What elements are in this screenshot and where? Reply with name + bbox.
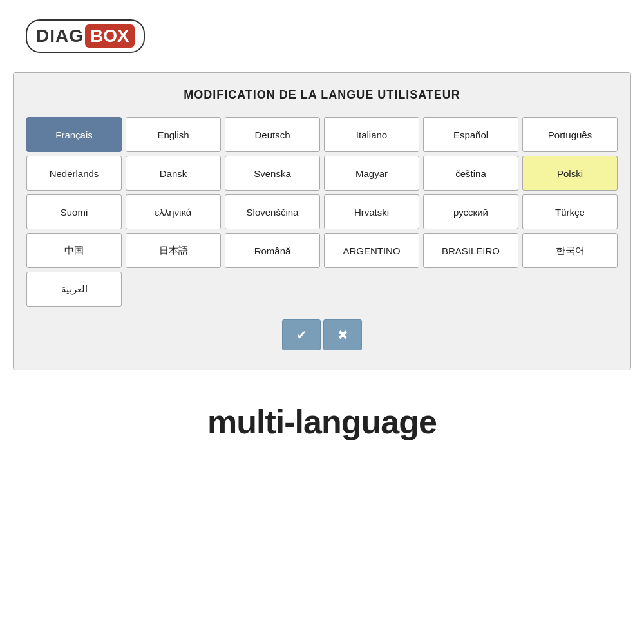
lang-btn-italiano[interactable]: Italiano (324, 117, 419, 152)
cancel-button[interactable]: ✖ (323, 319, 362, 350)
action-area: ✔ ✖ (26, 319, 618, 350)
lang-btn-francais[interactable]: Français (26, 117, 122, 152)
checkmark-icon: ✔ (296, 327, 307, 343)
lang-btn-cestina[interactable]: čeština (423, 156, 518, 191)
lang-btn-russian[interactable]: русский (423, 194, 518, 229)
logo-diag-text: DIAG (36, 26, 84, 46)
lang-btn-portugues[interactable]: Português (522, 117, 618, 152)
confirm-button[interactable]: ✔ (282, 319, 321, 350)
footer-text: multi-language (207, 402, 437, 441)
page-wrapper: DIAG BOX MODIFICATION DE LA LANGUE UTILI… (0, 0, 644, 644)
lang-btn-svenska[interactable]: Svenska (225, 156, 320, 191)
language-grid: Français English Deutsch Italiano Españo… (26, 117, 618, 307)
lang-btn-argentino[interactable]: ARGENTINO (324, 233, 419, 268)
lang-btn-espanol[interactable]: Español (423, 117, 518, 152)
language-dialog: MODIFICATION DE LA LANGUE UTILISATEUR Fr… (13, 72, 631, 370)
lang-btn-japanese[interactable]: 日本語 (126, 233, 221, 268)
lang-btn-slovenscina[interactable]: Slovenščina (225, 194, 320, 229)
lang-btn-chinese[interactable]: 中国 (26, 233, 122, 268)
lang-btn-suomi[interactable]: Suomi (26, 194, 122, 229)
lang-btn-magyar[interactable]: Magyar (324, 156, 419, 191)
lang-btn-hrvatski[interactable]: Hrvatski (324, 194, 419, 229)
logo-box-text: BOX (85, 24, 135, 48)
lang-btn-turkish[interactable]: Türkçe (522, 194, 618, 229)
lang-btn-dansk[interactable]: Dansk (126, 156, 221, 191)
lang-btn-deutsch[interactable]: Deutsch (225, 117, 320, 152)
lang-btn-romana[interactable]: Română (225, 233, 320, 268)
lang-btn-korean[interactable]: 한국어 (522, 233, 618, 268)
diagbox-logo: DIAG BOX (26, 19, 145, 53)
lang-btn-arabic[interactable]: العربية (26, 272, 122, 307)
lang-btn-greek[interactable]: ελληνικά (126, 194, 221, 229)
lang-btn-english[interactable]: English (126, 117, 221, 152)
logo-area: DIAG BOX (0, 0, 644, 66)
close-icon: ✖ (337, 327, 348, 343)
dialog-title: MODIFICATION DE LA LANGUE UTILISATEUR (26, 88, 618, 102)
lang-btn-brasileiro[interactable]: BRASILEIRO (423, 233, 518, 268)
lang-btn-nederlands[interactable]: Nederlands (26, 156, 122, 191)
lang-btn-polski[interactable]: Polski (522, 156, 618, 191)
